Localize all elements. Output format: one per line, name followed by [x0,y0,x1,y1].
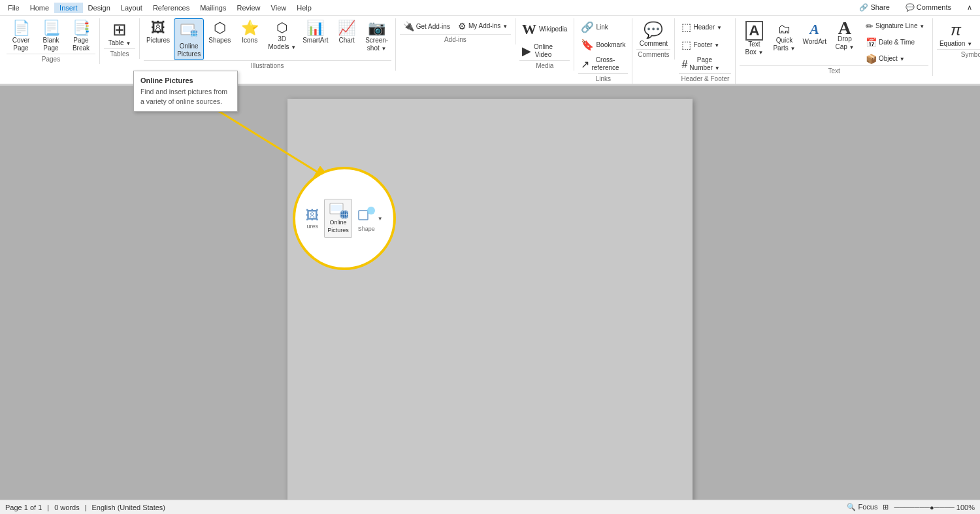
menu-view[interactable]: View [266,3,292,13]
view-options[interactable]: ⊞ [883,503,889,511]
zoom-slider[interactable]: ───────●──── 100% [894,504,975,511]
focus-button[interactable]: 🔍 Focus [847,503,877,511]
header-footer-label: Header & Footer [679,73,731,84]
bookmark-button[interactable]: 🔖 Bookmark [578,36,628,52]
pictures-button[interactable]: 🖼 Pictures [144,18,172,46]
online-video-icon: ▶ [522,44,531,59]
date-time-button[interactable]: 📅 Date & Time [863,35,928,50]
date-time-icon: 📅 [866,37,877,48]
page-break-button[interactable]: 📑 Page Break [67,18,95,54]
illustrations-label: Illustrations [144,60,391,71]
signature-line-button[interactable]: ✏ Signature Line ▼ [863,18,928,33]
sig-date-obj-group: ✏ Signature Line ▼ 📅 Date & Time 📦 Objec… [863,18,928,65]
text-label: Text [740,65,928,76]
svg-point-18 [367,207,375,214]
ribbon-group-comments: 💬 Comment Comments [632,18,675,60]
get-addins-icon: 🔌 [403,20,414,32]
quick-parts-icon: 🗂 [777,21,791,37]
comment-button[interactable]: 💬 Comment [636,18,670,49]
object-icon: 📦 [866,54,877,65]
3d-models-icon: ⬡ [276,21,287,34]
menu-help[interactable]: Help [291,3,317,13]
symbols-buttons: π Equation ▼ Ω Symbol [937,18,980,49]
media-buttons: W Wikipedia ▶ Online Video [519,18,570,60]
cover-page-icon: 📄 [12,21,30,35]
cross-reference-button[interactable]: ↗ Cross- reference [578,54,624,73]
quick-parts-button[interactable]: 🗂 Quick Parts ▼ [770,18,798,54]
menu-home[interactable]: Home [25,3,54,13]
media-label: Media [519,60,570,71]
wikipedia-button[interactable]: W Wikipedia [519,18,570,39]
ribbon-group-text: A Text Box ▼ 🗂 Quick Parts ▼ A WordArt A… [736,18,933,76]
ribbon-group-illustrations: 🖼 Pictures 🌐 [140,18,396,71]
cross-reference-icon: ↗ [581,58,589,71]
icons-icon: ⭐ [241,21,259,35]
document-area [0,86,980,512]
page-number-icon: # [681,58,687,71]
zoom-circle-overlay: 🖼 ures OnlinePictures [293,167,396,270]
my-addins-icon: ⚙ [458,20,466,32]
drop-cap-button[interactable]: A Drop Cap ▼ [830,18,859,52]
menu-layout[interactable]: Layout [116,3,148,13]
menu-review[interactable]: Review [232,3,266,13]
zoom-shapes-icon [357,205,376,226]
zoom-online-pictures-item[interactable]: OnlinePictures [324,199,352,237]
menu-right-actions: 🔗 Share 💬 Comments ∧ [854,2,977,13]
zoom-pictures-item[interactable]: 🖼 ures [306,208,319,230]
online-pictures-button[interactable]: 🌐 Online Pictures [174,18,204,60]
signature-line-icon: ✏ [866,21,874,32]
ribbon-collapse[interactable]: ∧ [962,2,977,13]
page-break-icon: 📑 [73,21,90,35]
chart-button[interactable]: 📈 Chart [333,18,361,46]
ribbon-group-addins: 🔌 Get Add-ins ⚙ My Add-ins ▼ Add-ins [396,18,515,44]
link-icon: 🔗 [581,21,594,33]
status-bar-right: 🔍 Focus ⊞ ───────●──── 100% [847,503,975,511]
comments-button[interactable]: 💬 Comments [900,2,956,13]
addins-label: Add-ins [400,34,511,44]
language: English (United States) [92,504,166,511]
icons-button[interactable]: ⭐ Icons [235,18,264,46]
shapes-icon: ⬡ [214,21,226,35]
footer-button[interactable]: ⬚ Footer ▼ [679,36,731,52]
svg-rect-17 [359,211,368,220]
menu-references[interactable]: References [148,3,195,13]
menu-mailings[interactable]: Mailings [195,3,231,13]
header-button[interactable]: ⬚ Header ▼ [679,18,731,35]
online-video-button[interactable]: ▶ Online Video [519,41,559,60]
ribbon-group-media: W Wikipedia ▶ Online Video Media [515,18,574,71]
zoom-pictures-icon: 🖼 [306,208,319,223]
share-button[interactable]: 🔗 Share [854,2,894,13]
object-button[interactable]: 📦 Object ▼ [863,51,928,66]
equation-button[interactable]: π Equation ▼ [937,18,975,49]
symbols-label: Symbols [937,49,980,60]
online-pictures-icon: 🌐 [180,22,198,41]
equation-icon: π [951,21,961,40]
text-box-button[interactable]: A Text Box ▼ [740,18,768,58]
get-addins-button[interactable]: 🔌 Get Add-ins [400,18,453,34]
cover-page-button[interactable]: 📄 Cover Page [7,18,35,54]
wordart-button[interactable]: A WordArt [800,18,829,47]
bookmark-icon: 🔖 [581,39,594,51]
comments-buttons: 💬 Comment [636,18,670,49]
blank-page-button[interactable]: 📃 Blank Page [37,18,65,54]
menu-insert[interactable]: Insert [54,3,83,13]
screenshot-button[interactable]: 📷 Screen- shot ▼ [363,18,391,54]
page-number-button[interactable]: # Page Number ▼ [679,54,731,73]
zoom-shapes-item[interactable]: Shape [357,205,376,232]
link-button[interactable]: 🔗 Link [578,18,624,35]
links-label: Links [578,73,628,84]
symbol-button[interactable]: Ω Symbol [976,18,980,49]
zoom-circle-content: 🖼 ures OnlinePictures [295,169,393,267]
menu-file[interactable]: File [3,3,25,13]
shapes-button[interactable]: ⬡ Shapes [205,18,234,46]
footer-icon: ⬚ [681,39,691,51]
shapes-dropdown-arrow: ▼ [378,216,383,222]
table-button[interactable]: ⊞ Table ▼ [104,18,135,48]
comments-label: Comments [636,49,670,60]
tooltip-description: Find and insert pictures from a variety … [140,87,231,106]
3d-models-button[interactable]: ⬡ 3D Models ▼ [265,18,299,52]
pages-buttons: 📄 Cover Page 📃 Blank Page 📑 Page Break [7,18,95,54]
menu-design[interactable]: Design [83,3,116,13]
smartart-button[interactable]: 📊 SmartArt [300,18,331,46]
my-addins-button[interactable]: ⚙ My Add-ins ▼ [455,18,511,34]
